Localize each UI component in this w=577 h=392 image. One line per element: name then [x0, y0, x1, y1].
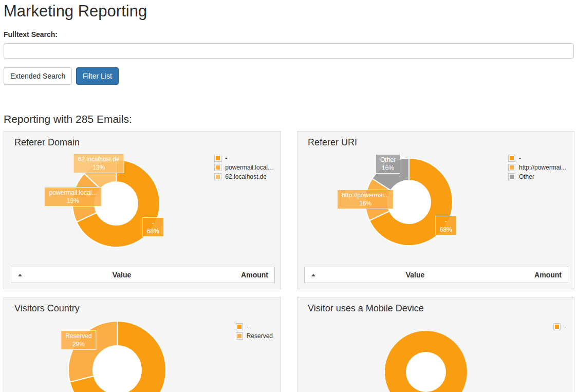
chart-legend: -powermail.local...62.localhost.de	[214, 155, 273, 182]
legend-label: -	[225, 155, 227, 162]
legend-swatch	[508, 155, 515, 162]
amount-column-header[interactable]: Amount	[213, 271, 274, 279]
legend-label: http://powermai...	[519, 164, 566, 171]
chart-title: Visitors Country	[14, 303, 80, 314]
chart-legend: -http://powermai...Other	[508, 155, 566, 182]
extended-search-button[interactable]: Extended Search	[4, 67, 72, 85]
amount-column-header[interactable]: Amount	[506, 271, 568, 279]
legend-label: -	[247, 323, 249, 330]
fulltext-search-label: Fulltext Search:	[4, 30, 58, 39]
legend-item[interactable]: powermail.local...	[214, 164, 273, 171]
legend-swatch	[214, 173, 221, 180]
slice-callout: powermail.local...19%	[45, 187, 102, 207]
chart-panel-referer-uri: -68%http://powermai...16%Other16% Refere…	[297, 131, 574, 289]
slice-callout: -68%	[435, 216, 457, 235]
caret-up-icon	[18, 274, 22, 276]
legend-swatch	[214, 155, 221, 162]
results-table-header: Value Amount	[304, 267, 568, 283]
results-table-header: Value Amount	[11, 267, 275, 283]
value-column-header[interactable]: Value	[324, 271, 506, 279]
legend-label: -	[564, 323, 566, 330]
chart-legend: -Reserved	[236, 323, 273, 342]
legend-label: 62.localhost.de	[225, 173, 267, 180]
chart-panel-referer-domain: -68%powermail.local...19%62.localhost.de…	[4, 131, 281, 289]
slice-callout: -68%	[142, 217, 164, 237]
chart-legend: -	[553, 323, 566, 332]
chart-title: Visitor uses a Mobile Device	[308, 303, 424, 314]
legend-item[interactable]: -	[553, 323, 566, 330]
legend-swatch	[553, 323, 561, 330]
chart-panel-mobile-device: Visitor uses a Mobile Device - Value Amo…	[297, 297, 574, 392]
legend-item[interactable]: -	[214, 155, 273, 162]
legend-label: -	[519, 155, 521, 162]
legend-label: Reserved	[247, 332, 273, 340]
slice-callout: Reserved29%	[61, 330, 96, 350]
legend-swatch	[508, 173, 515, 180]
sort-column-header[interactable]	[11, 274, 31, 276]
reporting-heading: Reporting with 285 Emails:	[4, 113, 132, 125]
legend-swatch	[508, 164, 515, 171]
slice-callout: 62.localhost.de13%	[73, 154, 124, 173]
page-title: Marketing Reporting	[4, 2, 147, 21]
legend-swatch	[236, 323, 243, 330]
chart-title: Referer URI	[308, 137, 357, 148]
legend-item[interactable]: Reserved	[236, 332, 273, 340]
fulltext-search-input[interactable]	[4, 43, 574, 59]
sort-column-header[interactable]	[305, 274, 324, 276]
marketing-reporting-page: Marketing Reporting Fulltext Search: Ext…	[0, 0, 577, 392]
slice-callout: Other16%	[376, 154, 400, 174]
legend-item[interactable]: -	[508, 155, 566, 162]
legend-item[interactable]: -	[236, 323, 273, 330]
legend-swatch	[236, 332, 243, 340]
chart-title: Referer Domain	[14, 137, 80, 148]
legend-item[interactable]: Other	[508, 173, 566, 180]
chart-panel-visitors-country: Reserved29% Visitors Country -Reserved V…	[4, 297, 281, 392]
legend-item[interactable]: http://powermai...	[508, 164, 566, 171]
filter-list-button[interactable]: Filter List	[76, 67, 119, 85]
slice-callout: http://powermai...16%	[337, 190, 394, 209]
legend-label: Other	[519, 173, 534, 180]
legend-swatch	[214, 164, 221, 171]
caret-up-icon	[311, 274, 315, 276]
value-column-header[interactable]: Value	[31, 271, 213, 279]
legend-item[interactable]: 62.localhost.de	[214, 173, 273, 180]
legend-label: powermail.local...	[225, 164, 273, 171]
